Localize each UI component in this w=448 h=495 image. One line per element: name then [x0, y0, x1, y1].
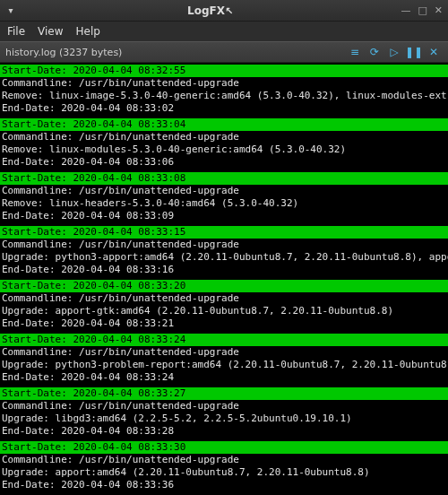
close-button[interactable]: ✕	[435, 4, 443, 16]
log-line[interactable]: End-Date: 2020-04-04 08:33:02	[0, 102, 448, 115]
log-line[interactable]: End-Date: 2020-04-04 08:33:16	[0, 264, 448, 276]
log-start-line[interactable]: Start-Date: 2020-04-04 08:33:04	[0, 118, 448, 131]
toolbar-buttons: ≡ ⟳ ▷ ❚❚ ✕	[346, 44, 443, 60]
log-line[interactable]: Remove: linux-image-5.3.0-40-generic:amd…	[0, 90, 448, 102]
refresh-icon[interactable]: ⟳	[366, 44, 383, 60]
window-title-text: LogFX	[187, 4, 225, 17]
log-line[interactable]: Commandline: /usr/bin/unattended-upgrade	[0, 454, 448, 466]
log-entry: Start-Date: 2020-04-04 08:33:04Commandli…	[0, 118, 448, 169]
menu-help[interactable]: Help	[76, 25, 100, 38]
log-line[interactable]: End-Date: 2020-04-04 08:33:06	[0, 156, 448, 169]
log-line[interactable]: Commandline: /usr/bin/unattended-upgrade	[0, 131, 448, 143]
log-line[interactable]: Commandline: /usr/bin/unattended-upgrade	[0, 185, 448, 197]
pause-icon[interactable]: ❚❚	[405, 44, 423, 60]
log-line[interactable]: Commandline: /usr/bin/unattended-upgrade	[0, 77, 448, 90]
log-start-line[interactable]: Start-Date: 2020-04-04 08:32:55	[0, 65, 448, 77]
log-entry: Start-Date: 2020-04-04 08:33:08Commandli…	[0, 172, 448, 222]
app-window: ▾ LogFX↖ — □ ✕ File View Help history.lo…	[0, 0, 448, 495]
log-start-line[interactable]: Start-Date: 2020-04-04 08:33:24	[0, 334, 448, 346]
log-line[interactable]: Upgrade: apport:amd64 (2.20.11-0ubuntu8.…	[0, 466, 448, 479]
menu-view[interactable]: View	[38, 25, 63, 38]
log-line[interactable]: Upgrade: apport-gtk:amd64 (2.20.11-0ubun…	[0, 305, 448, 317]
cursor-icon: ↖	[225, 5, 233, 17]
log-entry: Start-Date: 2020-04-04 08:33:15Commandli…	[0, 226, 448, 276]
window-controls: — □ ✕	[401, 4, 443, 16]
log-viewer[interactable]: Start-Date: 2020-04-04 08:32:55Commandli…	[0, 63, 448, 495]
log-start-line[interactable]: Start-Date: 2020-04-04 08:33:30	[0, 441, 448, 454]
close-tab-icon[interactable]: ✕	[425, 44, 443, 60]
log-start-line[interactable]: Start-Date: 2020-04-04 08:33:08	[0, 172, 448, 185]
menu-file[interactable]: File	[7, 25, 25, 38]
log-start-line[interactable]: Start-Date: 2020-04-04 08:33:15	[0, 226, 448, 239]
log-line[interactable]: Upgrade: python3-problem-report:amd64 (2…	[0, 359, 448, 371]
log-entry: Start-Date: 2020-04-04 08:33:30Commandli…	[0, 441, 448, 491]
log-entry: Start-Date: 2020-04-04 08:33:24Commandli…	[0, 334, 448, 384]
log-start-line[interactable]: Start-Date: 2020-04-04 08:33:20	[0, 280, 448, 292]
toolbar: history.log (3237 bytes) ≡ ⟳ ▷ ❚❚ ✕	[0, 41, 448, 63]
log-line[interactable]: Upgrade: python3-apport:amd64 (2.20.11-0…	[0, 251, 448, 264]
log-line[interactable]: Commandline: /usr/bin/unattended-upgrade	[0, 292, 448, 305]
log-line[interactable]: End-Date: 2020-04-04 08:33:24	[0, 371, 448, 384]
log-entry: Start-Date: 2020-04-04 08:33:27Commandli…	[0, 387, 448, 438]
log-entry: Start-Date: 2020-04-04 08:32:55Commandli…	[0, 65, 448, 115]
menubar: File View Help	[0, 22, 448, 41]
log-line[interactable]: Commandline: /usr/bin/unattended-upgrade	[0, 239, 448, 251]
minimize-button[interactable]: —	[401, 4, 410, 16]
log-line[interactable]: Commandline: /usr/bin/unattended-upgrade	[0, 346, 448, 359]
list-icon[interactable]: ≡	[346, 44, 364, 60]
log-line[interactable]: Remove: linux-headers-5.3.0-40:amd64 (5.…	[0, 197, 448, 210]
log-line[interactable]: End-Date: 2020-04-04 08:33:09	[0, 210, 448, 222]
log-line[interactable]: Commandline: /usr/bin/unattended-upgrade	[0, 400, 448, 412]
log-line[interactable]: End-Date: 2020-04-04 08:33:28	[0, 425, 448, 438]
window-title: LogFX↖	[20, 4, 401, 17]
maximize-button[interactable]: □	[418, 4, 426, 16]
titlebar[interactable]: ▾ LogFX↖ — □ ✕	[0, 0, 448, 22]
log-line[interactable]: End-Date: 2020-04-04 08:33:21	[0, 317, 448, 330]
log-start-line[interactable]: Start-Date: 2020-04-04 08:33:27	[0, 387, 448, 400]
file-info: history.log (3237 bytes)	[5, 47, 346, 58]
log-line[interactable]: Remove: linux-modules-5.3.0-40-generic:a…	[0, 143, 448, 156]
window-menu-icon[interactable]: ▾	[5, 5, 16, 16]
play-icon[interactable]: ▷	[385, 44, 403, 60]
log-line[interactable]: Upgrade: libgd3:amd64 (2.2.5-5.2, 2.2.5-…	[0, 412, 448, 425]
log-line[interactable]: End-Date: 2020-04-04 08:33:36	[0, 479, 448, 491]
log-entry: Start-Date: 2020-04-04 08:33:20Commandli…	[0, 280, 448, 330]
